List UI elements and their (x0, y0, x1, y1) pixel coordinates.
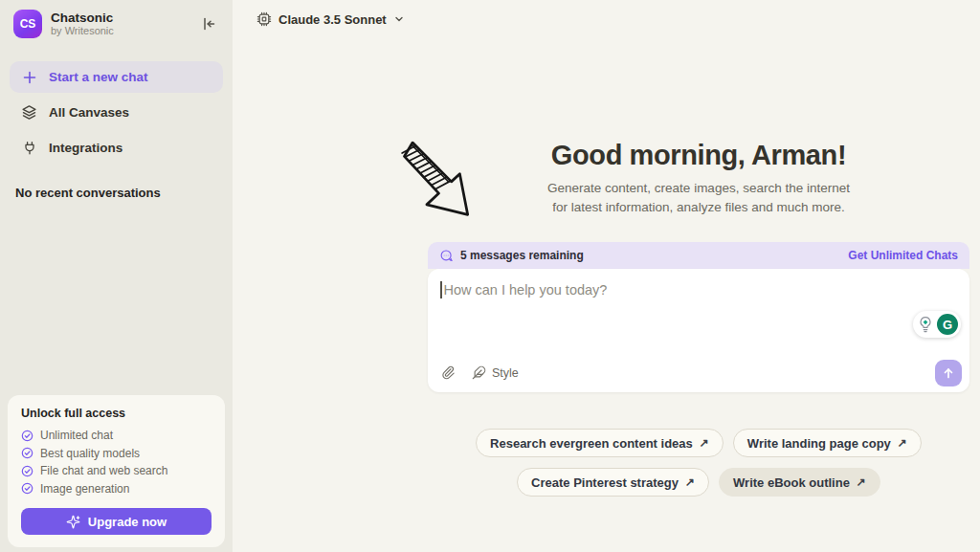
plus-icon (21, 70, 37, 85)
upgrade-card-title: Unlock full access (21, 407, 212, 420)
messages-remaining-label: 5 messages remaining (460, 249, 584, 262)
grammarly-letter: G (943, 318, 952, 332)
upgrade-feature-label: File chat and web search (40, 462, 167, 480)
sidebar-item-new-chat[interactable]: Start a new chat (10, 61, 223, 93)
quill-pen-icon (472, 365, 486, 380)
chatsonic-logo: CS (13, 10, 42, 38)
arrow-up-right-icon: ↗ (898, 436, 907, 450)
chat-input-card: 5 messages remaining Get Unlimited Chats… (428, 242, 969, 392)
check-circle-icon (21, 447, 33, 459)
suggestion-label: Create Pinterest strategy (531, 475, 679, 490)
arrow-up-right-icon: ↗ (857, 475, 866, 489)
sidebar-nav: Start a new chat All Canvases Integratio… (0, 46, 233, 164)
style-label: Style (492, 366, 519, 380)
style-button[interactable]: Style (472, 365, 519, 380)
upgrade-feature-label: Image generation (40, 480, 129, 498)
upgrade-now-label: Upgrade now (88, 515, 167, 529)
upgrade-feature: Unlimited chat (21, 427, 212, 445)
chat-bubble-icon (439, 249, 454, 263)
suggestion-chips: Research evergreen content ideas ↗ Write… (428, 429, 969, 497)
sidebar: CS Chatsonic by Writesonic Start a new c… (0, 0, 233, 552)
chip-row: Create Pinterest strategy ↗ Write eBook … (517, 468, 880, 497)
arrow-up-icon (942, 366, 955, 380)
get-unlimited-chats-link[interactable]: Get Unlimited Chats (848, 249, 958, 262)
sidebar-header: CS Chatsonic by Writesonic (0, 0, 233, 46)
suggestion-pinterest-strategy[interactable]: Create Pinterest strategy ↗ (517, 468, 709, 497)
text-caret (440, 281, 442, 298)
chevron-down-icon (393, 13, 405, 25)
cpu-chip-icon (256, 11, 272, 27)
messages-remaining: 5 messages remaining (439, 249, 584, 263)
paperclip-icon (441, 365, 456, 380)
upgrade-feature: Best quality models (21, 445, 212, 463)
plug-icon (21, 141, 37, 156)
no-conversations-label: No recent conversations (0, 186, 233, 200)
sidebar-item-all-canvases[interactable]: All Canvases (10, 97, 223, 128)
arrow-up-right-icon: ↗ (700, 436, 709, 450)
main-content: Good morning, Arman! Generate content, c… (428, 140, 969, 497)
chatsonic-app: CS Chatsonic by Writesonic Start a new c… (0, 0, 980, 552)
model-selector[interactable]: Claude 3.5 Sonnet (256, 11, 405, 27)
collapse-sidebar-icon (200, 15, 217, 33)
arrow-up-right-icon: ↗ (685, 475, 695, 489)
composer-placeholder: How can I help you today? (444, 282, 608, 298)
app-byline: by Writesonic (51, 25, 198, 37)
suggestion-research-evergreen[interactable]: Research evergreen content ideas ↗ (476, 429, 724, 457)
sparkles-icon (66, 515, 80, 529)
suggestion-label: Write landing page copy (747, 436, 891, 451)
sidebar-item-label: All Canvases (49, 105, 129, 120)
grammarly-logo: G (937, 314, 958, 335)
grammarly-widget[interactable]: G (913, 311, 961, 338)
logo-text: CS (20, 17, 36, 31)
upgrade-feature: File chat and web search (21, 462, 212, 480)
app-name: Chatsonic (51, 11, 198, 25)
composer-toolbar: Style (441, 365, 519, 380)
greeting-heading: Good morning, Arman! (428, 140, 969, 170)
upgrade-feature-label: Unlimited chat (40, 427, 113, 445)
model-name: Claude 3.5 Sonnet (278, 12, 387, 27)
upgrade-feature-label: Best quality models (40, 445, 140, 463)
lightbulb-suggestion-icon (916, 315, 935, 334)
chip-row: Research evergreen content ideas ↗ Write… (476, 429, 922, 457)
check-circle-icon (21, 465, 33, 477)
subtitle-line-2: for latest information, analyze files an… (428, 198, 969, 217)
greeting-subtitle: Generate content, create images, search … (428, 179, 969, 217)
layers-icon (21, 104, 37, 121)
suggestion-landing-page-copy[interactable]: Write landing page copy ↗ (733, 429, 922, 457)
upgrade-feature: Image generation (21, 480, 212, 498)
upgrade-card: Unlock full access Unlimited chat Best q… (8, 395, 225, 547)
check-circle-icon (21, 482, 33, 495)
sidebar-item-integrations[interactable]: Integrations (10, 132, 223, 164)
sidebar-item-label: Integrations (49, 141, 122, 155)
composer-input[interactable]: How can I help you today? (440, 281, 607, 298)
send-message-button[interactable] (935, 360, 962, 386)
check-circle-icon (21, 430, 33, 442)
suggestion-label: Research evergreen content ideas (490, 436, 693, 451)
app-titles: Chatsonic by Writesonic (51, 11, 198, 37)
suggestion-ebook-outline[interactable]: Write eBook outline ↗ (719, 468, 880, 497)
chat-composer[interactable]: How can I help you today? G (428, 269, 969, 392)
sidebar-item-label: Start a new chat (49, 70, 148, 84)
upgrade-now-button[interactable]: Upgrade now (21, 508, 212, 535)
attach-file-button[interactable] (441, 365, 456, 380)
collapse-sidebar-button[interactable] (198, 13, 219, 34)
subtitle-line-1: Generate content, create images, search … (428, 179, 969, 198)
suggestion-label: Write eBook outline (733, 475, 850, 490)
messages-remaining-banner: 5 messages remaining Get Unlimited Chats (428, 242, 969, 269)
